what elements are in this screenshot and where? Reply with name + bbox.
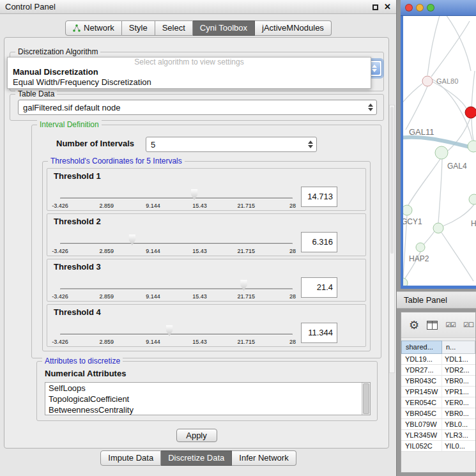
menu-item-manual-discretization[interactable]: Manual Discretization — [8, 67, 371, 77]
minimize-traffic-light-icon[interactable] — [416, 4, 424, 12]
list-scrollbar[interactable] — [362, 383, 370, 415]
tab-discretize-data[interactable]: Discretize Data — [161, 450, 232, 466]
scale-label: 15.43 — [192, 248, 207, 254]
cell[interactable]: YLR345W — [401, 430, 442, 440]
node-label-hap2: HAP2 — [409, 254, 429, 263]
close-icon[interactable]: ✕ — [384, 0, 391, 14]
table-row[interactable]: YDR27...YDR2... — [401, 365, 475, 376]
network-node[interactable] — [468, 141, 476, 152]
apply-button[interactable]: Apply — [176, 429, 217, 442]
cell[interactable]: YBR043C — [401, 376, 442, 386]
cell[interactable]: YIL0... — [442, 441, 475, 451]
network-node-gal4[interactable] — [435, 146, 448, 159]
table-row[interactable]: YBL079WYBL0... — [401, 419, 475, 430]
number-of-intervals-combobox[interactable]: 5 — [146, 137, 317, 152]
cell[interactable]: YBR0... — [442, 376, 475, 386]
table-row[interactable]: YPR145WYPR1... — [401, 387, 475, 397]
threshold-slider[interactable] — [60, 279, 293, 291]
slider-track[interactable] — [60, 288, 293, 290]
table-row[interactable]: YBR045CYBR0... — [401, 408, 475, 419]
network-node-highlighted[interactable] — [465, 107, 476, 118]
combobox-arrows-icon[interactable] — [368, 104, 373, 111]
cell[interactable]: YDR2... — [442, 365, 475, 375]
table-row[interactable]: YIL052CYIL0... — [401, 441, 475, 452]
network-node[interactable] — [433, 223, 443, 233]
threshold-slider[interactable] — [60, 233, 293, 246]
discretization-algorithm-group-title: Discretization Algorithm — [15, 47, 100, 56]
thresholds-group-title: Threshold's Coordinates for 5 Intervals — [48, 157, 185, 165]
cell[interactable]: YER054C — [401, 397, 442, 408]
node-label-gal4: GAL4 — [447, 162, 467, 171]
column-header-shared[interactable]: shared... — [401, 341, 442, 354]
slider-track[interactable] — [60, 197, 293, 199]
tab-infer-network[interactable]: Infer Network — [232, 450, 296, 466]
cell[interactable]: YPR1... — [442, 387, 475, 397]
zoom-traffic-light-icon[interactable] — [427, 4, 434, 12]
cell[interactable]: YDL1... — [442, 354, 475, 364]
slider-track[interactable] — [60, 334, 293, 335]
table-row[interactable]: YBR043CYBR0... — [401, 376, 475, 387]
tab-network[interactable]: Network — [65, 20, 122, 36]
algorithm-placeholder-item: Select algorithm to view settings — [8, 58, 371, 67]
network-node-gal80[interactable] — [422, 76, 433, 86]
cell[interactable]: YBL0... — [442, 419, 475, 429]
combobox-arrows-icon[interactable] — [308, 141, 313, 148]
threshold-value-field[interactable]: 11.344 — [301, 323, 337, 343]
threshold-value-field[interactable]: 21.4 — [301, 277, 337, 298]
cell[interactable]: YBL079W — [401, 419, 442, 429]
cell[interactable]: YDL19... — [401, 354, 442, 364]
network-node[interactable] — [469, 194, 476, 204]
control-panel-titlebar: Control Panel ✕ — [0, 0, 396, 14]
tab-style[interactable]: Style — [122, 20, 155, 36]
columns-icon[interactable] — [427, 321, 438, 330]
cell[interactable]: YIL052C — [401, 441, 442, 451]
list-item[interactable]: BetweennessCentrality — [45, 404, 370, 415]
tab-select[interactable]: Select — [155, 20, 193, 36]
tab-impute-data[interactable]: Impute Data — [100, 450, 161, 466]
scrollbar-thumb[interactable] — [390, 107, 394, 254]
select-rows-icon[interactable]: ☑☐ — [463, 321, 473, 328]
tab-cyni-toolbox[interactable]: Cyni Toolbox — [193, 20, 255, 36]
table-row[interactable]: YLR345WYLR3... — [401, 430, 475, 441]
network-node[interactable] — [403, 278, 408, 286]
tab-jactivemnodules[interactable]: jActiveMNodules — [255, 20, 332, 36]
scrollbar-thumb[interactable] — [363, 383, 369, 414]
close-traffic-light-icon[interactable] — [405, 4, 413, 12]
select-columns-icon[interactable]: ☑☑ — [445, 321, 456, 328]
network-node-hap2[interactable] — [416, 243, 425, 252]
gear-icon[interactable]: ⚙ — [409, 319, 419, 331]
table-panel-header: Table Panel — [397, 291, 476, 309]
cell[interactable]: YDR27... — [401, 365, 442, 375]
column-header-name[interactable]: n... — [442, 341, 475, 354]
threshold-3-row: Threshold 3 -3.426 2.859 9.144 15.43 21.… — [47, 259, 366, 302]
menu-item-equal-width-frequency[interactable]: Equal Width/Frequency Discretization — [8, 77, 371, 88]
scale-label: 9.144 — [146, 339, 160, 345]
threshold-label: Threshold 2 — [54, 217, 101, 226]
threshold-slider[interactable] — [60, 188, 293, 201]
list-item[interactable]: TopologicalCoefficient — [45, 394, 370, 404]
cell[interactable]: YER0... — [442, 397, 475, 408]
tab-label: Network — [84, 23, 114, 33]
slider-track[interactable] — [60, 243, 293, 245]
network-view-window: GAL80 GAL11 GAL4 GCY1 HAP2 H — [401, 0, 476, 289]
thresholds-group: Threshold's Coordinates for 5 Intervals … — [42, 161, 371, 351]
cell[interactable]: YBR045C — [401, 408, 442, 418]
table-row[interactable]: YDL19...YDL1... — [401, 354, 475, 365]
float-window-icon[interactable] — [372, 4, 378, 10]
attributes-group-title: Attributes to discretize — [42, 357, 123, 365]
panel-scrollbar[interactable] — [389, 105, 395, 373]
cell[interactable]: YLR3... — [442, 430, 475, 440]
threshold-value-field[interactable]: 14.713 — [301, 187, 337, 207]
network-canvas[interactable]: GAL80 GAL11 GAL4 GCY1 HAP2 H — [403, 16, 476, 286]
tab-label: Style — [129, 23, 148, 33]
cell[interactable]: YBR0... — [442, 408, 475, 418]
cell[interactable]: YPR145W — [401, 387, 442, 397]
network-graph: GAL80 GAL11 GAL4 GCY1 HAP2 H — [403, 16, 476, 286]
table-data-combobox[interactable]: galFiltered.sif default node — [18, 100, 377, 115]
table-row[interactable]: YER054CYER0... — [401, 397, 475, 408]
threshold-label: Threshold 3 — [54, 262, 101, 272]
threshold-value-field[interactable]: 6.316 — [301, 232, 337, 252]
list-item[interactable]: SelfLoops — [45, 383, 370, 394]
threshold-slider[interactable] — [60, 324, 293, 337]
network-node-gcy1[interactable] — [403, 205, 412, 215]
